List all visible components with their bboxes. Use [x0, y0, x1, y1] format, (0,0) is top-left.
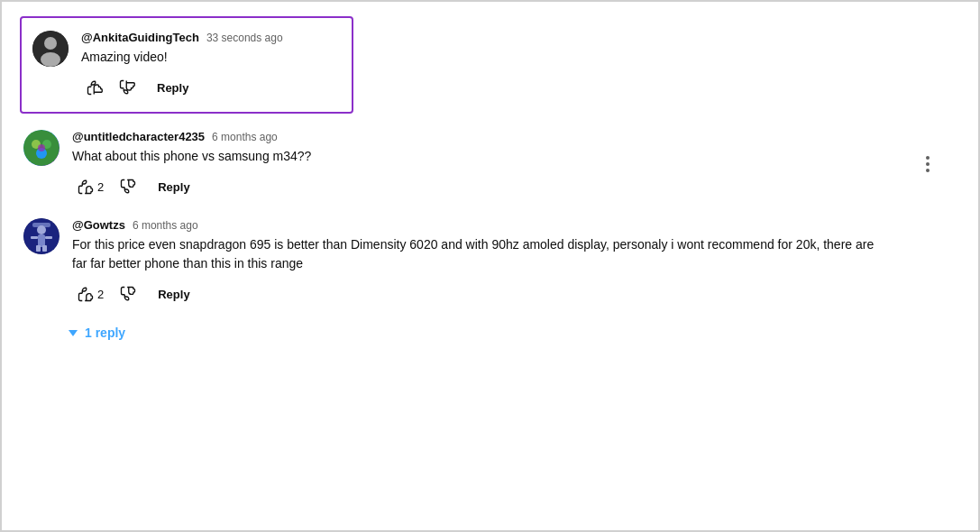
comment-2-like-count: 2 — [97, 180, 104, 194]
comment-2-reply-button[interactable]: Reply — [151, 177, 197, 197]
comment-1-dislike-button[interactable] — [114, 76, 141, 99]
comment-2-body: @untitledcharacter4235 6 months ago What… — [72, 130, 957, 198]
comment-3-username: @Gowtzs — [72, 218, 125, 232]
comment-3: @Gowtzs 6 months ago For this price even… — [20, 218, 960, 306]
svg-rect-13 — [45, 236, 52, 239]
comment-3-actions: 2 Reply — [72, 282, 957, 306]
svg-rect-15 — [42, 245, 47, 252]
comment-2-menu-button[interactable] — [922, 151, 933, 178]
thumbs-down-icon-3 — [120, 286, 136, 302]
comment-3-like-button[interactable]: 2 — [72, 282, 109, 306]
comments-section: @AnkitaGuidingTech 33 seconds ago Amazin… — [2, 2, 978, 354]
comment-3-text: For this price even snapdragon 695 is be… — [72, 235, 884, 273]
untitled-avatar — [23, 130, 60, 166]
comment-1-body: @AnkitaGuidingTech 33 seconds ago Amazin… — [81, 31, 337, 99]
thumbs-down-icon — [119, 79, 135, 96]
comment-2-text: What about this phone vs samsung m34?? — [72, 147, 957, 166]
comment-1: @AnkitaGuidingTech 33 seconds ago Amazin… — [20, 16, 353, 114]
svg-point-10 — [37, 225, 46, 234]
thumbs-down-icon-2 — [120, 179, 136, 195]
replies-count-label: 1 reply — [85, 326, 125, 340]
comment-2-header: @untitledcharacter4235 6 months ago — [72, 130, 957, 143]
comment-1-text: Amazing video! — [81, 48, 337, 67]
svg-point-7 — [38, 144, 45, 151]
comment-2-timestamp: 6 months ago — [212, 131, 278, 143]
comment-3-body: @Gowtzs 6 months ago For this price even… — [72, 218, 957, 306]
comment-3-timestamp: 6 months ago — [133, 219, 198, 232]
thumbs-up-icon — [87, 79, 103, 96]
dot-2 — [926, 162, 930, 166]
comment-1-username: @AnkitaGuidingTech — [81, 31, 199, 44]
comment-3-reply-button[interactable]: Reply — [151, 284, 197, 305]
comment-2-like-button[interactable]: 2 — [72, 175, 109, 198]
dot-1 — [926, 156, 930, 160]
comment-1-like-button[interactable] — [81, 76, 108, 99]
comment-3-like-count: 2 — [97, 288, 104, 301]
comment-2-dislike-button[interactable] — [114, 175, 142, 198]
svg-rect-14 — [36, 245, 41, 252]
svg-rect-12 — [31, 236, 38, 239]
svg-rect-11 — [38, 234, 45, 247]
comment-1-reply-button[interactable]: Reply — [150, 78, 196, 98]
svg-point-1 — [44, 37, 57, 50]
comment-2: @untitledcharacter4235 6 months ago What… — [20, 130, 960, 198]
comment-3-header: @Gowtzs 6 months ago — [72, 218, 957, 232]
comment-2-username: @untitledcharacter4235 — [72, 130, 205, 143]
svg-point-2 — [41, 52, 60, 67]
comment-1-actions: Reply — [81, 76, 337, 99]
comment-1-timestamp: 33 seconds ago — [206, 32, 283, 44]
expand-replies-icon — [69, 330, 78, 336]
dot-3 — [926, 169, 930, 172]
ankita-avatar — [32, 31, 69, 67]
replies-toggle-comment-3[interactable]: 1 reply — [69, 326, 960, 340]
comment-3-dislike-button[interactable] — [114, 282, 142, 306]
thumbs-up-icon-2 — [78, 179, 94, 195]
comment-2-actions: 2 Reply — [72, 175, 957, 198]
thumbs-up-icon-3 — [78, 286, 94, 302]
gowtzs-avatar — [23, 218, 60, 254]
comment-1-header: @AnkitaGuidingTech 33 seconds ago — [81, 31, 337, 44]
